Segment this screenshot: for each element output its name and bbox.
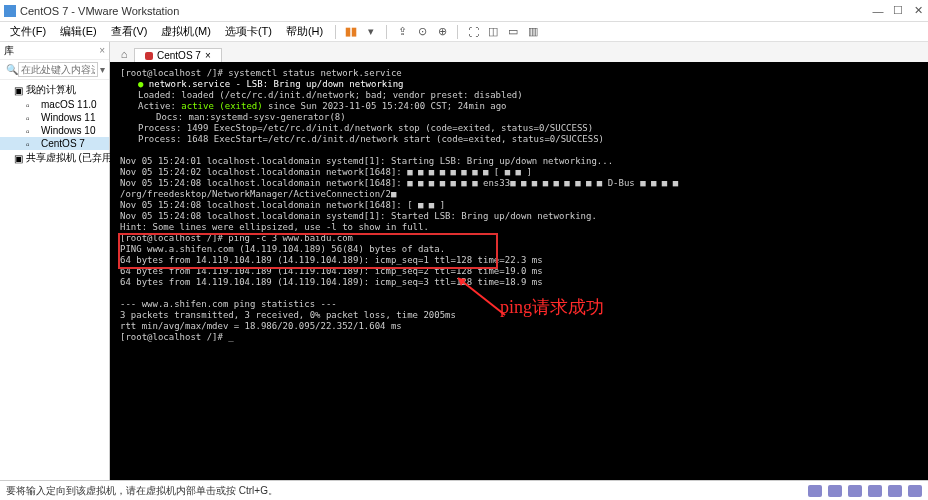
tree-item-win10[interactable]: ▫Windows 10 <box>0 124 109 137</box>
term-line: Nov 05 15:24:08 localhost.localdomain ne… <box>120 200 918 211</box>
term-line: Process: 1499 ExecStop=/etc/rc.d/init.d/… <box>120 123 918 134</box>
close-button[interactable]: ✕ <box>912 5 924 17</box>
folder-icon: ▣ <box>14 85 23 96</box>
terminal[interactable]: [root@localhost /]# systemctl status net… <box>110 62 928 480</box>
separator <box>335 25 336 39</box>
snapshot-icon[interactable]: ⊙ <box>413 24 431 40</box>
term-line: Active: active (exited) since Sun 2023-1… <box>120 101 918 112</box>
window-titlebar: CentOS 7 - VMware Workstation — ☐ ✕ <box>0 0 928 22</box>
menu-file[interactable]: 文件(F) <box>4 23 52 40</box>
menu-vm[interactable]: 虚拟机(M) <box>155 23 217 40</box>
search-dropdown-icon[interactable]: ▾ <box>100 64 105 75</box>
term-line: Loaded: loaded (/etc/rc.d/init.d/network… <box>120 90 918 101</box>
dropdown-icon[interactable]: ▾ <box>362 24 380 40</box>
send-button-icon[interactable]: ⇪ <box>393 24 411 40</box>
term-line: Nov 05 15:24:01 localhost.localdomain sy… <box>120 156 918 167</box>
vm-icon: ▫ <box>26 113 38 123</box>
sidebar-header: 库 × <box>0 42 109 60</box>
statusbar: 要将输入定向到该虚拟机，请在虚拟机内部单击或按 Ctrl+G。 <box>0 480 928 500</box>
term-line: --- www.a.shifen.com ping statistics --- <box>120 299 918 310</box>
term-line: Nov 05 15:24:08 localhost.localdomain sy… <box>120 211 918 222</box>
sidebar-title: 库 <box>4 44 14 58</box>
sidebar-search: 🔍 ▾ <box>0 60 109 80</box>
term-line: [root@localhost /]# _ <box>120 332 918 343</box>
home-tab-icon[interactable]: ⌂ <box>116 46 132 62</box>
menubar: 文件(F) 编辑(E) 查看(V) 虚拟机(M) 选项卡(T) 帮助(H) ▮▮… <box>0 22 928 42</box>
tabstrip: ⌂ CentOS 7 × <box>110 42 928 62</box>
menu-view[interactable]: 查看(V) <box>105 23 154 40</box>
separator <box>386 25 387 39</box>
separator <box>457 25 458 39</box>
term-line: [root@localhost /]# ping -c 3 www.baidu.… <box>120 233 918 244</box>
tab-status-icon <box>145 52 153 60</box>
device-icon[interactable] <box>868 485 882 497</box>
term-line: ● network.service - LSB: Bring up/down n… <box>120 79 918 90</box>
unity-icon[interactable]: ◫ <box>484 24 502 40</box>
close-sidebar-icon[interactable]: × <box>99 45 105 56</box>
tree-my-computer[interactable]: ▣ 我的计算机 <box>0 82 109 98</box>
term-line: Hint: Some lines were ellipsized, use -l… <box>120 222 918 233</box>
tab-label: CentOS 7 <box>157 50 201 61</box>
term-line: Docs: man:systemd-sysv-generator(8) <box>120 112 918 123</box>
window-title: CentOS 7 - VMware Workstation <box>20 5 872 17</box>
device-icon[interactable] <box>808 485 822 497</box>
console-icon[interactable]: ▭ <box>504 24 522 40</box>
tree-item-centos7[interactable]: ▫CentOS 7 <box>0 137 109 150</box>
pause-icon[interactable]: ▮▮ <box>342 24 360 40</box>
manage-icon[interactable]: ⊕ <box>433 24 451 40</box>
menu-tabs[interactable]: 选项卡(T) <box>219 23 278 40</box>
tab-close-icon[interactable]: × <box>205 50 211 61</box>
term-line: [root@localhost /]# systemctl status net… <box>120 68 918 79</box>
menu-edit[interactable]: 编辑(E) <box>54 23 103 40</box>
minimize-button[interactable]: — <box>872 5 884 17</box>
library-sidebar: 库 × 🔍 ▾ ▣ 我的计算机 ▫macOS 11.0 ▫Windows 11 … <box>0 42 110 480</box>
term-line: Process: 1648 ExecStart=/etc/rc.d/init.d… <box>120 134 918 145</box>
fullscreen-icon[interactable]: ⛶ <box>464 24 482 40</box>
vm-icon: ▫ <box>26 139 38 149</box>
tree-item-win11[interactable]: ▫Windows 11 <box>0 111 109 124</box>
search-icon[interactable]: 🔍 <box>6 64 18 75</box>
search-input[interactable] <box>18 62 98 77</box>
maximize-button[interactable]: ☐ <box>892 5 904 17</box>
device-icon[interactable] <box>828 485 842 497</box>
vm-tree: ▣ 我的计算机 ▫macOS 11.0 ▫Windows 11 ▫Windows… <box>0 80 109 168</box>
vm-icon: ▫ <box>26 126 38 136</box>
content-area: ⌂ CentOS 7 × [root@localhost /]# systemc… <box>110 42 928 480</box>
tree-shared[interactable]: ▣ 共享虚拟机 (已弃用) <box>0 150 109 166</box>
stretch-icon[interactable]: ▥ <box>524 24 542 40</box>
term-line: Nov 05 15:24:02 localhost.localdomain ne… <box>120 167 918 178</box>
device-icon[interactable] <box>848 485 862 497</box>
app-icon <box>4 5 16 17</box>
tab-centos7[interactable]: CentOS 7 × <box>134 48 222 62</box>
tree-item-macos[interactable]: ▫macOS 11.0 <box>0 98 109 111</box>
term-line: 3 packets transmitted, 3 received, 0% pa… <box>120 310 918 321</box>
term-line: rtt min/avg/max/mdev = 18.986/20.095/22.… <box>120 321 918 332</box>
menu-help[interactable]: 帮助(H) <box>280 23 329 40</box>
folder-icon: ▣ <box>14 153 23 164</box>
device-icon[interactable] <box>908 485 922 497</box>
term-line: PING www.a.shifen.com (14.119.104.189) 5… <box>120 244 918 255</box>
status-text: 要将输入定向到该虚拟机，请在虚拟机内部单击或按 Ctrl+G。 <box>6 484 278 498</box>
term-line: 64 bytes from 14.119.104.189 (14.119.104… <box>120 266 918 277</box>
device-icon[interactable] <box>888 485 902 497</box>
term-line: 64 bytes from 14.119.104.189 (14.119.104… <box>120 255 918 266</box>
term-line: Nov 05 15:24:08 localhost.localdomain ne… <box>120 178 918 200</box>
term-line: 64 bytes from 14.119.104.189 (14.119.104… <box>120 277 918 288</box>
vm-icon: ▫ <box>26 100 38 110</box>
